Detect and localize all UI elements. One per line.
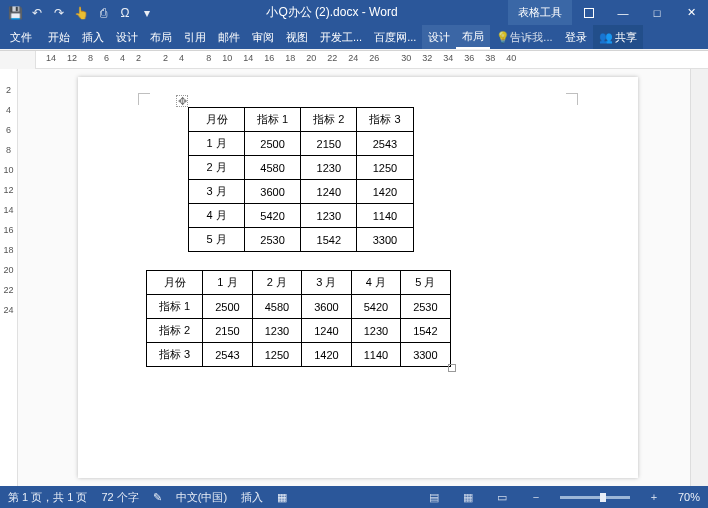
vertical-scrollbar[interactable] [690,69,708,486]
qat-dropdown-icon[interactable]: ▾ [138,4,156,22]
table-cell[interactable]: 1230 [351,319,400,343]
table-cell[interactable]: 4580 [245,156,301,180]
minimize-button[interactable]: — [606,0,640,25]
table-cell[interactable]: 1230 [301,156,357,180]
tab-home[interactable]: 开始 [42,25,76,49]
table-cell[interactable]: 2500 [245,132,301,156]
macro-record-icon[interactable]: ▦ [277,491,287,504]
maximize-button[interactable]: □ [640,0,674,25]
tab-insert[interactable]: 插入 [76,25,110,49]
undo-icon[interactable]: ↶ [28,4,46,22]
window-title: 小Q办公 (2).docx - Word [156,4,508,21]
table-cell[interactable]: 1140 [357,204,413,228]
table-cell[interactable]: 2530 [401,295,450,319]
tab-table-design[interactable]: 设计 [422,25,456,49]
tab-layout[interactable]: 布局 [144,25,178,49]
touch-mode-icon[interactable]: 👆 [72,4,90,22]
table-cell[interactable]: 5420 [245,204,301,228]
table-cell[interactable]: 1542 [401,319,450,343]
table-cell[interactable]: 4 月 [189,204,245,228]
share-button[interactable]: 👥共享 [593,25,643,49]
zoom-level[interactable]: 70% [678,491,700,503]
tab-table-layout[interactable]: 布局 [456,25,490,49]
table-header-cell[interactable]: 5 月 [401,271,450,295]
table-cell[interactable]: 2543 [357,132,413,156]
table-cell[interactable]: 2543 [203,343,252,367]
table-cell[interactable]: 1420 [357,180,413,204]
table-1[interactable]: 月份指标 1指标 2指标 31 月2500215025432 月45801230… [188,107,414,252]
close-button[interactable]: ✕ [674,0,708,25]
table-header-cell[interactable]: 指标 3 [357,108,413,132]
table-header-cell[interactable]: 2 月 [252,271,301,295]
table-cell[interactable]: 1230 [252,319,301,343]
table-cell[interactable]: 3 月 [189,180,245,204]
table-cell[interactable]: 1250 [357,156,413,180]
status-wordcount[interactable]: 72 个字 [101,490,138,505]
table-move-handle-icon[interactable]: ✥ [176,95,188,107]
table-cell[interactable]: 3300 [357,228,413,252]
table-cell[interactable]: 指标 1 [147,295,203,319]
document-page[interactable]: ✥ 月份指标 1指标 2指标 31 月2500215025432 月458012… [78,77,638,478]
table-header-cell[interactable]: 月份 [147,271,203,295]
table-cell[interactable]: 2150 [301,132,357,156]
zoom-slider[interactable] [560,496,630,499]
table-cell[interactable]: 4580 [252,295,301,319]
tab-developer[interactable]: 开发工... [314,25,368,49]
status-language[interactable]: 中文(中国) [176,490,227,505]
redo-icon[interactable]: ↷ [50,4,68,22]
user-icon[interactable]: Ω [116,4,134,22]
tab-file[interactable]: 文件 [0,25,42,49]
table-cell[interactable]: 指标 3 [147,343,203,367]
tab-review[interactable]: 审阅 [246,25,280,49]
table-cell[interactable]: 3600 [245,180,301,204]
table-cell[interactable]: 5420 [351,295,400,319]
editor-area: 24681012141618202224 ✥ 月份指标 1指标 2指标 31 月… [0,69,708,486]
table-header-cell[interactable]: 月份 [189,108,245,132]
table-header-cell[interactable]: 1 月 [203,271,252,295]
read-mode-icon[interactable]: ▤ [424,490,444,504]
web-layout-icon[interactable]: ▭ [492,490,512,504]
page-scroll[interactable]: ✥ 月份指标 1指标 2指标 31 月2500215025432 月458012… [18,69,690,486]
tell-me[interactable]: 💡 告诉我... [490,25,558,49]
table-cell[interactable]: 5 月 [189,228,245,252]
table-cell[interactable]: 1250 [252,343,301,367]
table-cell[interactable]: 3600 [302,295,351,319]
table-cell[interactable]: 指标 2 [147,319,203,343]
table-cell[interactable]: 1420 [302,343,351,367]
tab-view[interactable]: 视图 [280,25,314,49]
ribbon-options-icon[interactable] [572,0,606,25]
table-header-cell[interactable]: 4 月 [351,271,400,295]
table-resize-handle-icon[interactable] [448,364,456,372]
tab-design[interactable]: 设计 [110,25,144,49]
status-page[interactable]: 第 1 页，共 1 页 [8,490,87,505]
zoom-in-icon[interactable]: + [644,490,664,504]
zoom-out-icon[interactable]: − [526,490,546,504]
table-cell[interactable]: 1240 [301,180,357,204]
spellcheck-icon[interactable]: ✎ [153,491,162,504]
table-cell[interactable]: 1230 [301,204,357,228]
table-header-cell[interactable]: 指标 1 [245,108,301,132]
table-2[interactable]: 月份1 月2 月3 月4 月5 月指标 12500458036005420253… [146,270,451,367]
table-cell[interactable]: 1 月 [189,132,245,156]
table-cell[interactable]: 2150 [203,319,252,343]
table-cell[interactable]: 3300 [401,343,450,367]
horizontal-ruler-bar: 141286422481014161820222426303234363840 [0,51,708,69]
table-cell[interactable]: 2 月 [189,156,245,180]
vertical-ruler[interactable]: 24681012141618202224 [0,69,18,486]
print-layout-icon[interactable]: ▦ [458,490,478,504]
save-icon[interactable]: 💾 [6,4,24,22]
table-cell[interactable]: 2530 [245,228,301,252]
table-header-cell[interactable]: 指标 2 [301,108,357,132]
status-insert-mode[interactable]: 插入 [241,490,263,505]
print-icon[interactable]: ⎙ [94,4,112,22]
tab-references[interactable]: 引用 [178,25,212,49]
table-cell[interactable]: 1240 [302,319,351,343]
tab-baidu[interactable]: 百度网... [368,25,422,49]
login-button[interactable]: 登录 [559,25,593,49]
table-cell[interactable]: 2500 [203,295,252,319]
table-cell[interactable]: 1542 [301,228,357,252]
horizontal-ruler[interactable]: 141286422481014161820222426303234363840 [36,51,708,69]
table-cell[interactable]: 1140 [351,343,400,367]
tab-mailings[interactable]: 邮件 [212,25,246,49]
table-header-cell[interactable]: 3 月 [302,271,351,295]
